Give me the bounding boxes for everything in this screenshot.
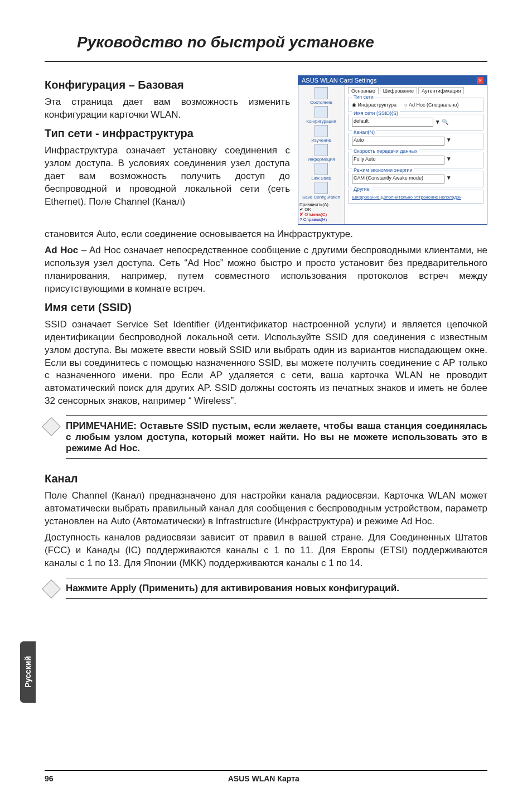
group-label: Имя сети (SSID)(S) bbox=[352, 110, 400, 116]
tab-auth[interactable]: Аутентификация bbox=[418, 87, 464, 94]
ssid-heading: Имя сети (SSID) bbox=[45, 301, 487, 314]
channel-heading: Канал bbox=[45, 472, 487, 485]
page-title: Руководство по быстрой установке bbox=[77, 33, 487, 51]
nav-item[interactable]: Информация bbox=[299, 144, 343, 162]
group-label: Режим экономии энергии bbox=[352, 167, 414, 173]
nav-item[interactable]: Save Configuration bbox=[299, 182, 343, 200]
note2-text: Нажмите Apply (Применить) для активирова… bbox=[66, 578, 487, 598]
apply-button[interactable]: Применить(A) bbox=[299, 202, 343, 207]
cancel-button[interactable]: ✘ Отмена(C) bbox=[299, 212, 343, 217]
tab-basic[interactable]: Основные bbox=[348, 87, 379, 94]
note-icon bbox=[42, 417, 61, 436]
window-title: ASUS WLAN Card Settings bbox=[302, 77, 377, 84]
page-number: 96 bbox=[45, 774, 54, 783]
divider bbox=[45, 61, 487, 62]
nav-item[interactable]: Конфигурация bbox=[299, 106, 343, 124]
nav-item[interactable]: Состояние bbox=[299, 87, 343, 105]
radio-adhoc[interactable]: ○ Ad Hoc (Специально) bbox=[404, 102, 458, 108]
power-select[interactable]: CAM (Constantly Awake mode) bbox=[352, 175, 444, 183]
close-icon[interactable]: × bbox=[477, 77, 483, 84]
note-text: ПРИМЕЧАНИЕ: Оставьте SSID пустым, если ж… bbox=[66, 416, 487, 458]
adhoc-para: Ad Hoc – Ad Hoc означает непосредственно… bbox=[45, 244, 487, 296]
nav-item[interactable]: Link State bbox=[299, 163, 343, 181]
group-label: Тип сети bbox=[352, 94, 375, 100]
other-links[interactable]: Шифрование Дополнительно Устранение непо… bbox=[352, 195, 461, 200]
adhoc-lead: Ad Hoc bbox=[45, 245, 78, 255]
ssid-para: SSID означает Service Set Identifier (Ид… bbox=[45, 318, 487, 408]
nettype-continue: становится Auto, если соединение основыв… bbox=[45, 228, 487, 241]
footer: 96 ASUS WLAN Карта bbox=[45, 770, 487, 783]
help-button[interactable]: ? Справка(H) bbox=[299, 217, 343, 222]
group-label: Канал(N) bbox=[352, 129, 376, 135]
divider bbox=[66, 598, 487, 599]
divider bbox=[66, 458, 487, 459]
channel-select[interactable]: Auto bbox=[352, 137, 444, 146]
rate-select[interactable]: Fully Auto bbox=[352, 156, 444, 165]
group-label: Скорость передачи данных bbox=[352, 148, 419, 154]
channel-para2: Доступность каналов радиосвязи зависит о… bbox=[45, 532, 487, 570]
ok-button[interactable]: ✔ OK bbox=[299, 207, 343, 212]
group-label: Другие bbox=[352, 186, 371, 192]
channel-para1: Поле Channel (Канал) предназначено для н… bbox=[45, 490, 487, 528]
ssid-input[interactable]: default bbox=[352, 118, 433, 127]
language-tab: Русский bbox=[20, 641, 36, 703]
radio-infra[interactable]: ◉ Инфраструктура bbox=[352, 102, 396, 108]
nav-item[interactable]: Изучение bbox=[299, 125, 343, 143]
note-icon bbox=[42, 579, 61, 598]
product-name: ASUS WLAN Карта bbox=[54, 774, 474, 783]
tab-encryption[interactable]: Шифрование bbox=[380, 87, 417, 94]
settings-screenshot: ASUS WLAN Card Settings × Состояние Конф… bbox=[298, 75, 487, 225]
